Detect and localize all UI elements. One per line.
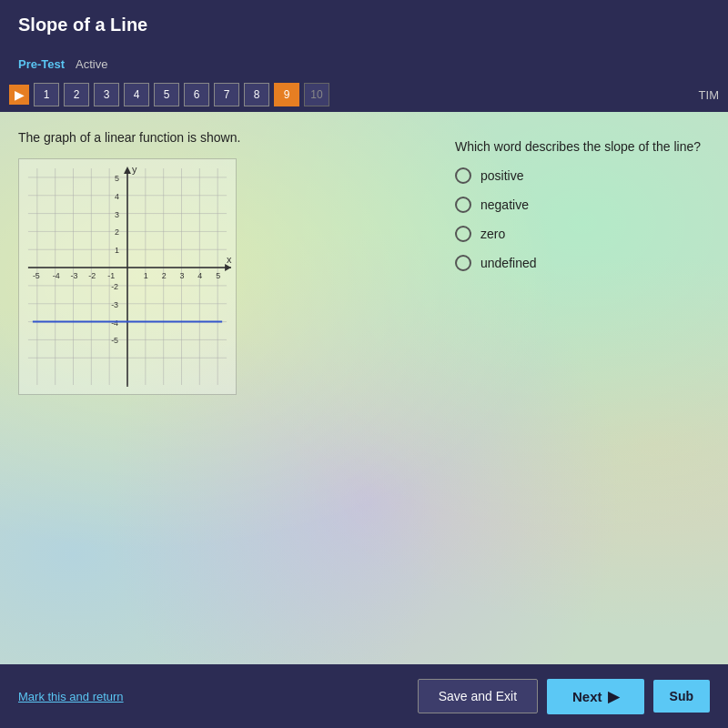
svg-text:y: y: [132, 164, 137, 175]
left-panel: The graph of a linear function is shown.: [18, 130, 428, 646]
choice-zero[interactable]: zero: [455, 226, 710, 242]
nav-btn-6[interactable]: 6: [184, 83, 209, 106]
question-nav-bar: ▶ 1 2 3 4 5 6 7 8 9 10 TIM: [0, 77, 728, 112]
svg-text:4: 4: [115, 192, 119, 201]
svg-text:-3: -3: [71, 271, 78, 280]
nav-btn-3[interactable]: 3: [94, 83, 119, 106]
svg-text:-5: -5: [111, 336, 118, 345]
choice-positive[interactable]: positive: [455, 167, 710, 184]
nav-btn-4[interactable]: 4: [124, 83, 149, 106]
svg-text:2: 2: [115, 228, 119, 237]
choice-positive-label: positive: [480, 168, 523, 183]
nav-btn-2[interactable]: 2: [64, 83, 89, 106]
choice-negative[interactable]: negative: [455, 197, 710, 213]
question-area: The graph of a linear function is shown.: [18, 130, 710, 646]
svg-text:-2: -2: [111, 282, 118, 291]
svg-text:2: 2: [162, 271, 167, 280]
nav-btn-9[interactable]: 9: [274, 83, 299, 106]
nav-btn-8[interactable]: 8: [244, 83, 269, 106]
svg-text:x: x: [227, 254, 232, 265]
right-panel: Which word describes the slope of the li…: [455, 130, 710, 646]
svg-text:-1: -1: [107, 271, 115, 280]
choice-undefined[interactable]: undefined: [455, 255, 710, 271]
nav-btn-7[interactable]: 7: [214, 83, 239, 106]
svg-text:-4: -4: [53, 271, 60, 280]
save-exit-button[interactable]: Save and Exit: [418, 679, 538, 713]
nav-arrow-button[interactable]: ▶: [9, 85, 29, 105]
svg-text:-5: -5: [33, 271, 40, 280]
content-wrapper: The graph of a linear function is shown.: [18, 130, 710, 646]
next-chevron-icon: ▶: [608, 688, 619, 705]
choice-undefined-label: undefined: [480, 256, 537, 270]
svg-text:3: 3: [115, 210, 119, 219]
nav-btn-10[interactable]: 10: [304, 83, 329, 106]
choice-zero-label: zero: [480, 227, 505, 241]
top-bar: Slope of a Line: [0, 0, 728, 50]
svg-text:1: 1: [115, 246, 119, 255]
sub-bar: Pre-Test Active: [0, 50, 728, 77]
svg-text:-2: -2: [88, 271, 96, 280]
svg-text:-3: -3: [111, 300, 118, 309]
mark-return-link[interactable]: Mark this and return: [18, 690, 124, 703]
svg-marker-24: [225, 264, 231, 271]
svg-text:4: 4: [197, 271, 202, 280]
radio-positive[interactable]: [455, 167, 471, 184]
choice-negative-label: negative: [480, 197, 529, 212]
graph-container: x y -5 -4 -3 -2 -1 1 2 3 4 5 5: [18, 158, 237, 395]
next-button[interactable]: Next ▶: [547, 679, 644, 714]
radio-negative[interactable]: [455, 197, 471, 213]
graph-svg: x y -5 -4 -3 -2 -1 1 2 3 4 5 5: [19, 159, 236, 394]
svg-text:5: 5: [216, 271, 220, 280]
pretest-label: Pre-Test: [18, 57, 65, 71]
main-content: The graph of a linear function is shown.: [0, 112, 728, 664]
nav-btn-5[interactable]: 5: [154, 83, 179, 106]
right-question-text: Which word describes the slope of the li…: [455, 139, 710, 154]
svg-text:1: 1: [144, 271, 148, 280]
bottom-bar: Mark this and return Save and Exit Next …: [0, 664, 728, 728]
svg-text:3: 3: [180, 271, 185, 280]
submit-button[interactable]: Sub: [653, 680, 710, 713]
active-label: Active: [76, 57, 107, 71]
radio-zero[interactable]: [455, 226, 471, 242]
timer-label: TIM: [699, 88, 719, 102]
svg-marker-25: [124, 167, 131, 174]
left-question-text: The graph of a linear function is shown.: [18, 130, 428, 145]
svg-text:5: 5: [115, 174, 119, 183]
nav-btn-1[interactable]: 1: [34, 83, 59, 106]
radio-undefined[interactable]: [455, 255, 471, 271]
page-title: Slope of a Line: [18, 15, 147, 35]
